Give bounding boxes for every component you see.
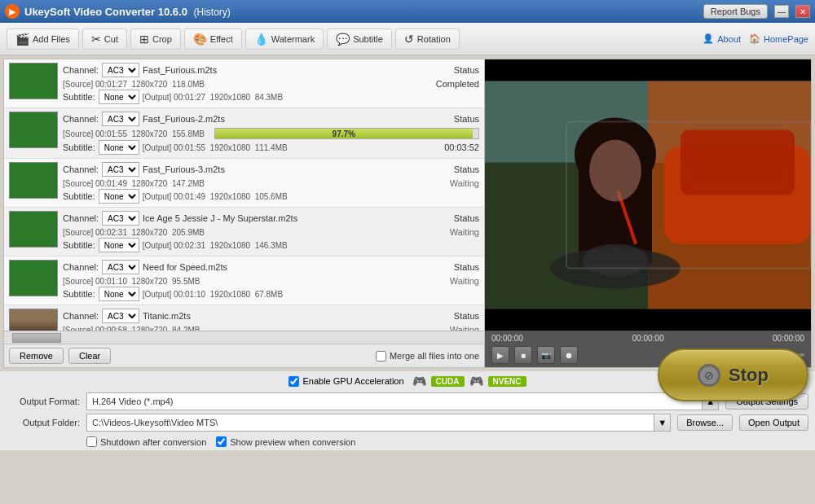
cut-icon: ✂ bbox=[91, 33, 101, 46]
output-info: [Output] 00:01:55 1920x1080 111.4MB bbox=[143, 143, 288, 152]
subtitle-select[interactable]: None bbox=[99, 140, 139, 155]
file-info: Channel: AC3 Fast_Furious.m2ts Status [S… bbox=[63, 63, 479, 104]
gpu-checkbox-group: Enable GPU Acceleration bbox=[289, 376, 403, 387]
scrollbar-thumb[interactable] bbox=[12, 333, 61, 343]
homepage-link[interactable]: 🏠 HomePage bbox=[749, 33, 808, 44]
file-info: Channel: AC3 Ice Age 5 Jessie J - My Sup… bbox=[63, 211, 479, 252]
subtitle-select[interactable]: None bbox=[99, 189, 139, 204]
history-label: (History) bbox=[194, 7, 231, 18]
shutdown-label: Shutdown after conversion bbox=[100, 437, 206, 447]
add-files-button[interactable]: 🎬 Add Files bbox=[7, 28, 79, 50]
channel-label: Channel: bbox=[63, 65, 99, 75]
channel-select[interactable]: AC3 bbox=[102, 309, 139, 323]
progress-bar: 97.7% bbox=[214, 128, 479, 139]
subtitle-select[interactable]: None bbox=[99, 90, 139, 104]
title-bar: ▶ UkeySoft Video Converter 10.6.0 (Histo… bbox=[0, 0, 815, 23]
channel-label: Channel: bbox=[63, 114, 99, 124]
remove-button[interactable]: Remove bbox=[9, 348, 64, 364]
source-info: [Source] 00:02:31 1280x720 205.9MB bbox=[63, 228, 205, 237]
merge-checkbox[interactable] bbox=[376, 351, 386, 362]
subtitle-label: Subtitle bbox=[353, 34, 383, 44]
folder-row: Output Folder: C:\Videos-Ukeysoft\Video … bbox=[7, 414, 808, 432]
title-bar-left: ▶ UkeySoft Video Converter 10.6.0 (Histo… bbox=[5, 4, 231, 19]
gpu-checkbox[interactable] bbox=[289, 376, 299, 387]
channel-label: Channel: bbox=[63, 213, 99, 223]
subtitle-select[interactable]: None bbox=[99, 287, 139, 301]
status-value: Waiting bbox=[450, 276, 479, 286]
homepage-icon: 🏠 bbox=[749, 33, 760, 44]
subtitle-row: Subtitle: None [Output] 00:02:31 1920x10… bbox=[63, 238, 479, 252]
preview-checkbox[interactable] bbox=[216, 436, 227, 447]
file-list-actions: Remove Clear Merge all files into one bbox=[4, 344, 484, 367]
play-button[interactable]: ▶ bbox=[491, 346, 509, 364]
subtitle-label: Subtitle: bbox=[63, 289, 95, 299]
stop-control-button[interactable]: ■ bbox=[514, 346, 532, 364]
source-row: [Source] 00:01:10 1280x720 95.5MB Waitin… bbox=[63, 276, 479, 286]
main-content: Channel: AC3 Fast_Furious.m2ts Status [S… bbox=[3, 59, 812, 368]
crop-button[interactable]: ⊞ Crop bbox=[130, 28, 181, 50]
record-button[interactable]: ⏺ bbox=[560, 346, 578, 364]
subtitle-row: Subtitle: None [Output] 00:01:49 1920x10… bbox=[63, 189, 479, 204]
subtitle-button[interactable]: 💬 Subtitle bbox=[327, 28, 392, 50]
file-list-scroll[interactable]: Channel: AC3 Fast_Furious.m2ts Status [S… bbox=[4, 59, 484, 331]
channel-select[interactable]: AC3 bbox=[102, 211, 139, 226]
subtitle-row: Subtitle: None [Output] 00:01:27 1920x10… bbox=[63, 90, 479, 104]
source-row: [Source] 00:01:55 1280x720 155.8MB 97.7% bbox=[63, 128, 479, 139]
source-info: [Source] 00:01:27 1280x720 118.0MB bbox=[63, 80, 205, 89]
filename: Need for Speed.m2ts bbox=[143, 262, 451, 272]
progress-fill: 97.7% bbox=[215, 129, 473, 138]
file-thumbnail bbox=[9, 211, 58, 248]
source-row: [Source] 00:02:31 1280x720 205.9MB Waiti… bbox=[63, 227, 479, 237]
watermark-button[interactable]: 💧 Watermark bbox=[245, 28, 324, 50]
subtitle-select[interactable]: None bbox=[99, 238, 139, 252]
folder-input-container: C:\Videos-Ukeysoft\Video MTS\ ▼ bbox=[86, 414, 671, 432]
file-row1: Channel: AC3 Fast_Furious.m2ts Status bbox=[63, 63, 479, 77]
app-icon: ▶ bbox=[5, 4, 20, 19]
list-item: Channel: AC3 Fast_Furious.m2ts Status [S… bbox=[4, 59, 484, 108]
about-icon: 👤 bbox=[703, 33, 714, 44]
file-thumbnail bbox=[9, 309, 58, 331]
source-info: [Source] 00:01:49 1280x720 147.2MB bbox=[63, 179, 205, 188]
filename: Fast_Furious-2.m2ts bbox=[143, 114, 451, 124]
filename: Fast_Furious-3.m2ts bbox=[143, 164, 451, 174]
shutdown-checkbox-group: Shutdown after conversion bbox=[86, 436, 206, 447]
output-info: [Output] 00:02:31 1920x1080 146.3MB bbox=[143, 241, 288, 250]
about-link[interactable]: 👤 About bbox=[703, 33, 741, 44]
horizontal-scrollbar[interactable] bbox=[4, 331, 484, 344]
minimize-button[interactable]: — bbox=[774, 5, 789, 18]
status-header: Status bbox=[454, 65, 479, 75]
stop-button[interactable]: ⊘ Stop bbox=[658, 348, 808, 401]
channel-select[interactable]: AC3 bbox=[102, 63, 139, 77]
shutdown-checkbox[interactable] bbox=[86, 436, 97, 447]
file-info: Channel: AC3 Titanic.m2ts Status [Source… bbox=[63, 309, 479, 331]
close-button[interactable]: ✕ bbox=[795, 5, 810, 18]
rotation-button[interactable]: ↺ Rotation bbox=[395, 28, 460, 50]
status-value: Waiting bbox=[450, 227, 479, 237]
cut-button[interactable]: ✂ Cut bbox=[82, 28, 127, 50]
toolbar-right: 👤 About 🏠 HomePage bbox=[703, 33, 808, 44]
file-info: Channel: AC3 Fast_Furious-2.m2ts Status … bbox=[63, 112, 479, 155]
report-bugs-button[interactable]: Report Bugs bbox=[703, 4, 768, 19]
toolbar: 🎬 Add Files ✂ Cut ⊞ Crop 🎨 Effect 💧 Wate… bbox=[0, 23, 815, 55]
channel-select[interactable]: AC3 bbox=[102, 112, 139, 126]
time-remaining: 00:03:52 bbox=[444, 142, 479, 152]
channel-select[interactable]: AC3 bbox=[102, 162, 139, 177]
video-preview bbox=[485, 59, 811, 331]
browse-button[interactable]: Browse... bbox=[677, 414, 733, 431]
status-header: Status bbox=[454, 311, 479, 321]
status-header: Status bbox=[454, 262, 479, 272]
snapshot-button[interactable]: 📷 bbox=[537, 346, 555, 364]
svg-point-11 bbox=[583, 244, 648, 277]
effect-button[interactable]: 🎨 Effect bbox=[184, 28, 242, 50]
channel-select[interactable]: AC3 bbox=[102, 260, 139, 274]
preview-label: Show preview when conversion bbox=[230, 437, 355, 447]
stop-icon: ⊘ bbox=[698, 364, 720, 387]
svg-rect-4 bbox=[681, 130, 795, 195]
subtitle-label: Subtitle: bbox=[63, 240, 95, 250]
channel-label: Channel: bbox=[63, 262, 99, 272]
open-output-button[interactable]: Open Output bbox=[739, 414, 808, 431]
source-info: [Source] 00:01:10 1280x720 95.5MB bbox=[63, 277, 200, 286]
folder-dropdown-arrow[interactable]: ▼ bbox=[654, 414, 670, 431]
status-header: Status bbox=[454, 114, 479, 124]
clear-button[interactable]: Clear bbox=[68, 348, 111, 364]
